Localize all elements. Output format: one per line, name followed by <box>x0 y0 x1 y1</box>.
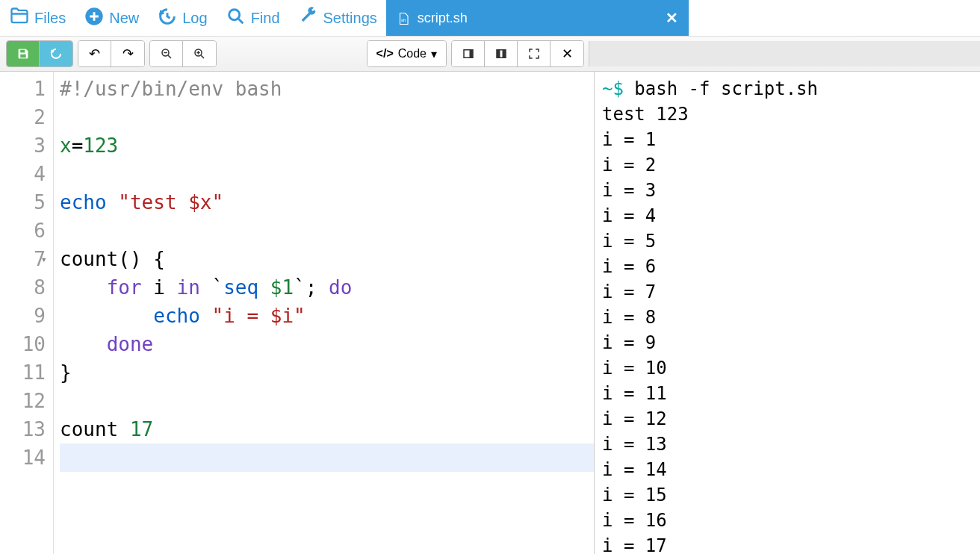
terminal-output-line: i = 15 <box>602 482 973 508</box>
line-number: 2 <box>0 103 46 131</box>
line-number: 1 <box>0 75 46 103</box>
zoom-group <box>149 40 217 67</box>
code-line[interactable]: #!/usr/bin/env bash <box>60 75 594 103</box>
close-panel-button[interactable]: ✕ <box>551 41 583 66</box>
code-line[interactable] <box>60 103 594 131</box>
line-number: 14 <box>0 443 46 472</box>
line-number: 10 <box>0 330 46 358</box>
terminal-output-line: i = 8 <box>602 305 973 330</box>
tab-filename: script.sh <box>418 10 468 26</box>
terminal-output-line: i = 4 <box>602 203 973 228</box>
terminal-output-line: i = 1 <box>602 127 973 152</box>
files-menu[interactable]: Files <box>0 0 75 36</box>
code-view-button[interactable]: </> Code ▾ <box>368 41 446 66</box>
terminal-output-line: test 123 <box>602 102 973 127</box>
code-icon: </> <box>376 47 394 60</box>
terminal-output-line: i = 17 <box>602 533 973 554</box>
svg-rect-4 <box>20 55 26 58</box>
terminal-output-line: i = 10 <box>602 355 973 381</box>
terminal-output-line: i = 7 <box>602 279 973 305</box>
code-line[interactable]: count() { <box>60 245 594 273</box>
layout-group: ✕ <box>451 40 584 67</box>
svg-text:sh: sh <box>401 18 406 22</box>
code-line[interactable] <box>60 443 594 472</box>
log-menu[interactable]: Log <box>148 0 216 36</box>
terminal-output-line: i = 2 <box>602 152 973 178</box>
terminal-output-line: i = 3 <box>602 178 973 203</box>
file-tab-active[interactable]: sh script.sh ✕ <box>386 0 689 36</box>
terminal-output-line: i = 6 <box>602 254 973 279</box>
zoom-in-button[interactable] <box>183 41 216 66</box>
code-line[interactable] <box>60 387 594 415</box>
line-number: 5 <box>0 188 46 217</box>
code-line[interactable]: done <box>60 330 594 358</box>
svg-rect-8 <box>469 50 473 58</box>
undo-button[interactable]: ↶ <box>78 41 111 66</box>
line-number: 13 <box>0 415 46 443</box>
svg-rect-11 <box>502 50 506 58</box>
terminal-output-line: i = 16 <box>602 508 973 533</box>
panel-split-button[interactable] <box>485 41 518 66</box>
code-line[interactable]: echo "i = $i" <box>60 302 594 330</box>
svg-rect-10 <box>497 50 500 58</box>
log-label: Log <box>182 10 207 27</box>
svg-point-1 <box>229 9 239 19</box>
find-menu[interactable]: Find <box>217 0 289 36</box>
line-number: 11 <box>0 358 46 387</box>
main-area: 1234567▾891011121314 #!/usr/bin/env bash… <box>0 72 980 554</box>
editor-pane: 1234567▾891011121314 #!/usr/bin/env bash… <box>0 72 595 554</box>
code-line[interactable]: for i in `seq $1`; do <box>60 273 594 302</box>
code-area[interactable]: #!/usr/bin/env bashx=123echo "test $x"co… <box>54 72 594 554</box>
folder-icon <box>9 6 30 31</box>
code-line[interactable] <box>60 160 594 188</box>
top-menu-bar: Files New Log Find Settings sh script.sh… <box>0 0 980 36</box>
plus-circle-icon <box>84 6 105 31</box>
terminal-output-line: i = 14 <box>602 457 973 482</box>
line-number: 9 <box>0 302 46 330</box>
find-label: Find <box>251 10 280 27</box>
save-group <box>6 40 73 67</box>
view-mode-group: </> Code ▾ <box>367 40 447 67</box>
fold-marker-icon[interactable]: ▾ <box>41 245 47 273</box>
files-label: Files <box>34 10 66 27</box>
new-menu[interactable]: New <box>75 0 148 36</box>
code-line[interactable]: x=123 <box>60 131 594 160</box>
code-label: Code <box>398 47 427 60</box>
terminal-output-line: i = 5 <box>602 228 973 254</box>
line-number: 4 <box>0 160 46 188</box>
terminal-output-line: i = 11 <box>602 381 973 406</box>
panel-right-button[interactable] <box>452 41 485 66</box>
script-file-icon: sh <box>397 10 410 26</box>
zoom-out-button[interactable] <box>150 41 183 66</box>
wrench-icon <box>298 6 319 31</box>
new-label: New <box>109 10 139 27</box>
code-line[interactable]: } <box>60 358 594 387</box>
save-button[interactable] <box>7 41 40 66</box>
line-number: 3 <box>0 131 46 160</box>
code-line[interactable]: count 17 <box>60 415 594 443</box>
line-number: 12 <box>0 387 46 415</box>
close-tab-icon[interactable]: ✕ <box>666 9 678 27</box>
svg-rect-3 <box>20 50 25 53</box>
line-number: 6 <box>0 217 46 245</box>
fullscreen-button[interactable] <box>518 41 551 66</box>
line-gutter: 1234567▾891011121314 <box>0 72 54 554</box>
terminal-output-line: i = 12 <box>602 406 973 432</box>
line-number: 8 <box>0 273 46 302</box>
code-line[interactable]: echo "test $x" <box>60 188 594 217</box>
terminal-command-line: ~$ bash -f script.sh <box>602 76 973 102</box>
editor-toolbar: ↶ ↷ </> Code ▾ ✕ <box>0 36 980 72</box>
line-number: 7▾ <box>0 245 46 273</box>
terminal-output-line: i = 13 <box>602 432 973 457</box>
redo-button[interactable]: ↷ <box>111 41 144 66</box>
timetravel-button[interactable] <box>40 41 72 66</box>
settings-label: Settings <box>323 10 377 27</box>
history-icon <box>157 6 178 31</box>
undo-redo-group: ↶ ↷ <box>78 40 145 67</box>
terminal-pane[interactable]: ~$ bash -f script.shtest 123i = 1i = 2i … <box>595 72 980 554</box>
terminal-toolbar-area <box>589 41 980 66</box>
terminal-output-line: i = 9 <box>602 330 973 355</box>
code-line[interactable] <box>60 217 594 245</box>
search-icon <box>226 6 246 31</box>
settings-menu[interactable]: Settings <box>289 0 386 36</box>
